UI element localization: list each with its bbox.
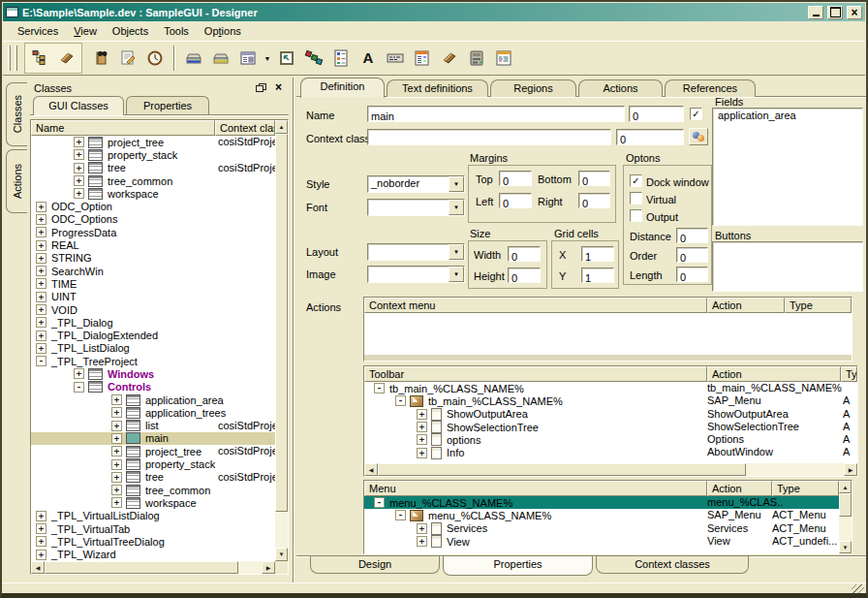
expander-icon[interactable]: + [417, 448, 427, 458]
name-input[interactable] [368, 110, 624, 124]
expander-icon[interactable]: + [36, 536, 46, 547]
expander-icon[interactable]: - [36, 356, 46, 366]
tree-row[interactable]: +ODC_Options [31, 213, 275, 226]
expander-icon[interactable]: + [111, 485, 122, 495]
column-header-action[interactable]: Action [707, 298, 785, 313]
expander-icon[interactable]: + [111, 472, 122, 483]
column-header-menu[interactable]: Menu [364, 481, 707, 496]
expander-icon[interactable]: + [417, 422, 427, 432]
close-button[interactable] [847, 6, 862, 19]
column-header-context-menu[interactable]: Context menu [364, 298, 707, 313]
output-checkbox[interactable] [630, 209, 642, 222]
scroll-down-icon[interactable] [275, 548, 288, 561]
scroll-down-icon[interactable] [839, 541, 852, 553]
expander-icon[interactable]: + [36, 304, 46, 315]
tree-row[interactable]: +optionsOptionsA [364, 433, 857, 446]
expander-icon[interactable]: + [36, 240, 46, 251]
menu-tools[interactable]: Tools [156, 23, 197, 39]
context-class-input[interactable] [368, 133, 610, 147]
expander-icon[interactable]: + [36, 343, 46, 354]
scroll-right-icon[interactable] [262, 561, 275, 574]
list-item[interactable]: application_area [713, 109, 862, 122]
tree-row[interactable]: +property_stack [31, 148, 275, 161]
scroll-right-icon[interactable] [844, 463, 857, 476]
tree-row[interactable]: +_TPL_Wizard [31, 549, 275, 561]
horizontal-scrollbar[interactable] [364, 463, 857, 476]
tree-row[interactable]: +SearchWin [31, 265, 275, 277]
margin-top-input[interactable] [500, 174, 531, 188]
menu-services[interactable]: Services [10, 23, 66, 39]
tab-properties[interactable]: Properties [443, 556, 593, 576]
expander-icon[interactable]: - [74, 382, 84, 393]
color-links-icon[interactable] [300, 45, 327, 72]
form-dropdown-icon[interactable] [234, 45, 262, 72]
context-menu-rows[interactable] [364, 313, 852, 355]
dock-window-checkbox[interactable] [630, 174, 642, 187]
float-panel-icon[interactable] [254, 81, 268, 95]
horizontal-scrollbar[interactable] [364, 355, 852, 361]
tab-regions[interactable]: Regions [490, 79, 576, 97]
x-field[interactable] [581, 246, 614, 262]
scroll-thumb[interactable] [275, 134, 288, 512]
column-header-type[interactable]: Type [841, 366, 857, 382]
class-tree-icon[interactable] [26, 45, 53, 72]
virtual-checkbox[interactable] [630, 192, 642, 205]
length-input[interactable] [677, 270, 707, 284]
eraser-icon[interactable] [53, 45, 80, 72]
drive-save-icon[interactable] [207, 45, 234, 72]
tab-gui-classes[interactable]: GUI Classes [33, 96, 124, 115]
expander-icon[interactable]: + [74, 368, 84, 379]
column-header-type[interactable]: Type [772, 481, 839, 496]
tree-row[interactable]: +treecosiStdProje [31, 471, 275, 484]
expander-icon[interactable]: + [111, 459, 122, 470]
expander-icon[interactable]: + [111, 446, 122, 456]
order-input[interactable] [677, 251, 707, 265]
context-count-field[interactable] [616, 129, 684, 145]
tree-row[interactable]: +_TPL_DialogExtended [31, 329, 275, 341]
expander-icon[interactable]: + [36, 511, 46, 521]
expander-icon[interactable]: + [111, 497, 122, 508]
tree-horizontal-scrollbar[interactable] [31, 561, 275, 574]
button-sample-icon[interactable] [382, 45, 409, 72]
expander-icon[interactable]: - [374, 383, 385, 393]
tab-context-classes[interactable]: Context classes [596, 556, 749, 574]
scroll-thumb[interactable] [378, 463, 746, 476]
margin-left-input[interactable] [500, 197, 531, 210]
image-frame-icon[interactable] [273, 45, 300, 72]
scroll-thumb[interactable] [839, 493, 852, 517]
expander-icon[interactable]: + [74, 188, 84, 199]
tree-row[interactable]: +main [31, 432, 275, 445]
tree-row[interactable]: +VOID [31, 303, 275, 316]
expander-icon[interactable]: + [36, 266, 46, 276]
tree-row[interactable]: +ViewViewACT_undefi... [364, 535, 839, 548]
close-panel-icon[interactable] [271, 80, 286, 94]
name-checkbox[interactable] [690, 108, 702, 120]
fields-listbox[interactable]: application_area [712, 108, 863, 226]
tree-row[interactable]: +treecosiStdProje [31, 162, 275, 174]
expander-icon[interactable]: + [36, 317, 46, 328]
expander-icon[interactable]: + [417, 536, 427, 547]
expander-icon[interactable]: + [111, 394, 122, 405]
tab-references[interactable]: References [665, 79, 756, 97]
column-header-type[interactable]: Type [785, 298, 852, 313]
tree-row[interactable]: +TIME [31, 277, 275, 290]
tab-design[interactable]: Design [310, 556, 440, 574]
resize-grip[interactable] [852, 584, 864, 594]
expander-icon[interactable]: + [36, 278, 46, 289]
x-input[interactable] [582, 250, 613, 264]
tree-row[interactable]: +STRING [31, 252, 275, 265]
margin-bottom-input[interactable] [579, 174, 609, 188]
vertical-scrollbar[interactable] [839, 481, 852, 553]
menu-view[interactable]: View [66, 23, 105, 39]
y-field[interactable] [581, 268, 614, 283]
distance-field[interactable] [676, 228, 708, 243]
order-field[interactable] [676, 247, 708, 263]
drive-open-icon[interactable] [180, 45, 207, 72]
distance-input[interactable] [677, 232, 707, 245]
chevron-down-icon[interactable] [449, 176, 464, 192]
tree-row[interactable]: +ODC_Option [31, 200, 275, 212]
font-dropdown[interactable] [367, 199, 465, 216]
hardware-icon[interactable] [463, 45, 490, 72]
minimize-button[interactable] [808, 6, 823, 19]
image-dropdown[interactable] [367, 266, 465, 283]
